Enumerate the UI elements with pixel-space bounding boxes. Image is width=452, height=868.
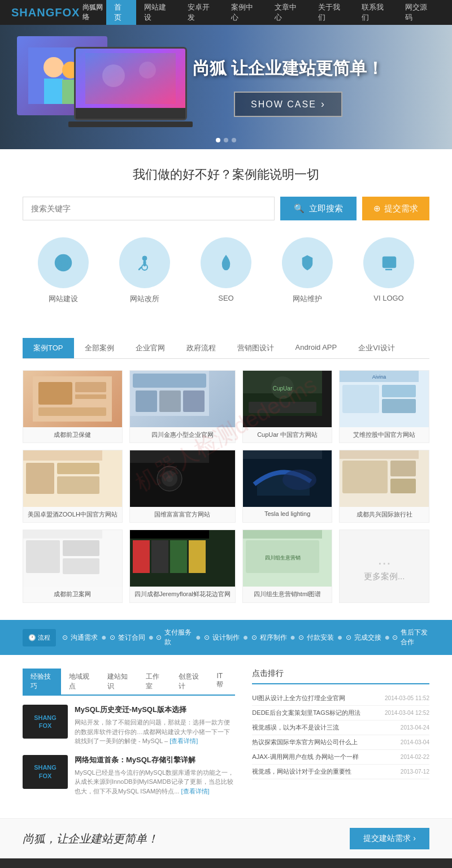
blog-thumb-1: SHANG FOX [23,705,68,739]
blog-tab-it[interactable]: IT帮 [208,669,235,695]
blog-tab-location[interactable]: 地域观点 [61,669,99,695]
portfolio-thumb-5 [23,450,122,507]
search-input[interactable] [23,197,275,220]
svg-point-6 [102,64,125,87]
tab-design[interactable]: 营销图设计 [227,338,285,358]
blog-tab-tips[interactable]: 经验技巧 [23,669,61,695]
hero-btn-label: SHOW CASE [251,99,316,110]
svg-rect-38 [382,385,416,397]
rank-item-6: 视觉感，网站设计对于企业的重要性 2013-07-12 [252,765,429,779]
blog-tab-studio[interactable]: 工作室 [138,669,171,695]
rank-text-6[interactable]: 视觉感，网站设计对于企业的重要性 [252,767,395,776]
service-maintain[interactable]: + 网站维护 [282,237,333,304]
rank-text-4[interactable]: 热议探索国际华东官方网站公司什么上 [252,738,395,747]
svg-point-49 [166,475,173,482]
svg-rect-64 [130,530,209,539]
svg-line-13 [139,267,141,270]
service-vi[interactable]: VI LOGO [363,237,414,304]
nav-item-home[interactable]: 首页 [106,0,136,25]
nav-item-articles[interactable]: 文章中心 [267,0,310,25]
svg-rect-22 [75,394,106,399]
portfolio-caption-8: 成都共兴国际旅行社 [340,507,429,522]
nav-item-website[interactable]: 网站建设 [136,0,180,25]
tab-android[interactable]: Android APP [285,338,348,358]
blog-more-2[interactable]: [查看详情] [181,788,209,795]
portfolio-item-4[interactable]: Aivina 艾维控股中国官方网站 [339,370,429,443]
blog-more-1[interactable]: [查看详情] [169,737,198,744]
svg-rect-39 [382,399,416,413]
hero-banner: 尚狐 让企业建站更简单！ SHOW CASE › [0,25,452,149]
service-redesign[interactable]: 网站改所 [119,237,170,304]
nav-item-about[interactable]: 关于我们 [310,0,354,25]
search-bar: 🔍 立即搜索 ⊕ 提交需求 [23,197,429,220]
blog-tab-creative[interactable]: 创意设计 [171,669,209,695]
process-step-3: ⊙ 支付服务款 [156,628,193,647]
hero-dot-3[interactable] [232,138,236,142]
rank-date-1: 2014-03-05 11:52 [385,695,429,701]
portfolio-item-1[interactable]: 成都前卫保健 [23,370,123,443]
svg-text:CupUar: CupUar [273,385,293,392]
search-button[interactable]: 🔍 立即搜索 [280,197,357,220]
tab-gov[interactable]: 政府流程 [176,338,227,358]
svg-rect-5 [85,53,176,104]
portfolio-item-11[interactable]: 四川组生意营销 四川组生意营销html图谱 [242,530,333,603]
hero-dot-2[interactable] [224,138,228,142]
blog-title-2[interactable]: 网络知道首条：MySQL存储引擎详解 [75,755,235,765]
submit-button[interactable]: ⊕ 提交需求 [362,197,429,220]
svg-point-10 [142,256,147,261]
svg-rect-21 [75,382,106,392]
blog-title-1[interactable]: MySQL历史变迁-MySQL版本选择 [75,705,235,715]
portfolio-item-9[interactable]: 成都前卫案网 [23,530,123,603]
submit-btn-label: 提交需求 [384,203,418,214]
tab-all[interactable]: 全部案例 [74,338,125,358]
rank-text-1[interactable]: UI图从设计上全方位打埋企业官网 [252,694,380,702]
portfolio-caption-7: Tesla led lighting [243,507,332,520]
hero-dot-1[interactable] [216,138,220,142]
portfolio-item-8[interactable]: 成都共兴国际旅行社 [339,450,429,523]
portfolio-item-10[interactable]: 四川成都Jeremyfloral鲜花花边官网 [129,530,236,603]
blog-tab-knowledge[interactable]: 建站知识 [99,669,138,695]
blog-desc-2: MySQL已经是当今流行的MySQL数据库通常的功能之一，从成长来源到InnoD… [75,768,235,796]
rank-area: 点击排行 UI图从设计上全方位打埋企业官网 2014-03-05 11:52 D… [252,669,429,805]
nav-item-cases[interactable]: 案例中心 [223,0,267,25]
service-icons: @ 网站建设 网站改所 SEO [23,237,429,304]
portfolio-thumb-1 [23,371,122,427]
svg-point-1 [44,57,64,77]
portfolio-item-6[interactable]: 国维富富富官方网站 [129,450,236,523]
rank-date-2: 2014-03-04 12:52 [385,710,429,716]
portfolio-caption-1: 成都前卫保健 [23,427,122,442]
hero-text: 尚狐 让企业建站更简单！ SHOW CASE › [193,57,384,117]
portfolio-item-more[interactable]: ... 更多案例... [339,530,429,603]
svg-rect-25 [133,374,206,388]
nav-item-source[interactable]: 网交源码 [397,0,441,25]
rank-text-3[interactable]: 视觉感误，以为本不是设计三流 [252,723,395,732]
service-vi-label: VI LOGO [373,294,403,302]
portfolio-item-2[interactable]: 四川金惠小型企业官网 [129,370,236,443]
service-seo[interactable]: SEO [201,237,251,304]
portfolio-caption-9: 成都前卫案网 [23,587,122,602]
service-website[interactable]: @ 网站建设 [38,237,89,304]
process-step-8: ⊙ 售后下发合作 [392,628,429,647]
portfolio-item-7[interactable]: Tesla led lighting [242,450,333,523]
bottom-cta-button[interactable]: 提交建站需求 › [350,828,429,849]
tab-company[interactable]: 企业官网 [125,338,176,358]
rank-text-2[interactable]: DEDE后台文案策划里TAGS标记的用法 [252,709,380,717]
svg-point-52 [282,470,316,490]
showcase-section: 我们做的好不好？案例能说明一切 🔍 立即搜索 ⊕ 提交需求 @ 网站建设 [0,149,452,338]
search-icon: 🔍 [294,203,305,214]
portfolio-caption-2: 四川金惠小型企业官网 [130,427,235,442]
content-section: 经验技巧 地域观点 建站知识 工作室 创意设计 IT帮 SHANG FOX My… [0,655,452,818]
hero-showcase-button[interactable]: SHOW CASE › [234,92,342,117]
more-cases-label: 更多案例... [364,571,405,582]
tab-vi[interactable]: 企业VI设计 [347,338,405,358]
portfolio-item-3[interactable]: CupUar CupUar 中国官方网站 [242,370,333,443]
svg-rect-46 [130,450,209,463]
nav-item-contact[interactable]: 联系我们 [354,0,397,25]
process-step-5: ⊙ 程序制作 [250,633,288,643]
blog-item-2: SHANG FOX 网络知道首条：MySQL存储引擎详解 MySQL已经是当今流… [23,755,235,796]
portfolio-item-5[interactable]: 美国卓盟酒ZOOLH中国官方网站 [23,450,123,523]
rank-text-5[interactable]: AJAX-调用网用户在线 办网站一个一样 [252,753,395,761]
svg-rect-61 [63,540,99,556]
nav-item-android[interactable]: 安卓开发 [180,0,223,25]
tab-top[interactable]: 案例TOP [23,338,74,358]
